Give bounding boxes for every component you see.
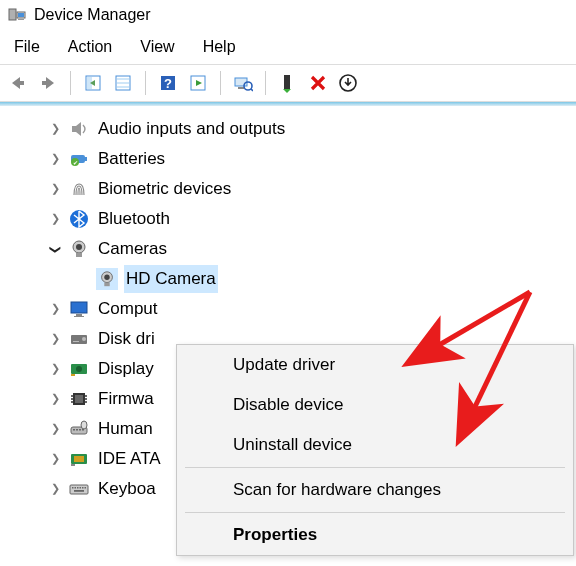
svg-rect-30 xyxy=(71,302,87,313)
svg-point-52 xyxy=(81,421,87,429)
tree-label: IDE ATA xyxy=(96,445,163,472)
tree-label: Batteries xyxy=(96,145,167,172)
toolbar: ? xyxy=(0,64,576,102)
tree-item-biometric[interactable]: ❯ Biometric devices xyxy=(8,174,576,204)
tree-label: Firmwa xyxy=(96,385,156,412)
svg-rect-29 xyxy=(104,283,109,287)
context-properties[interactable]: Properties xyxy=(177,515,573,555)
context-update-driver[interactable]: Update driver xyxy=(177,345,573,385)
enable-device-button[interactable] xyxy=(274,69,302,97)
svg-rect-54 xyxy=(74,456,84,462)
gpu-icon xyxy=(68,358,90,380)
update-driver-button[interactable] xyxy=(334,69,362,97)
tree-label: Comput xyxy=(96,295,160,322)
titlebar: Device Manager xyxy=(0,0,576,30)
svg-rect-0 xyxy=(9,9,16,20)
tree-label: Display xyxy=(96,355,156,382)
uninstall-device-button[interactable] xyxy=(304,69,332,97)
context-separator xyxy=(185,467,565,468)
tree-item-batteries[interactable]: ❯ ✔ Batteries xyxy=(8,144,576,174)
expand-icon[interactable]: ❯ xyxy=(48,182,62,196)
monitor-icon xyxy=(68,298,90,320)
svg-rect-62 xyxy=(85,487,87,489)
tree-label: Disk dri xyxy=(96,325,157,352)
menu-file[interactable]: File xyxy=(0,34,54,60)
svg-text:?: ? xyxy=(164,76,172,91)
svg-rect-61 xyxy=(82,487,84,489)
collapse-icon[interactable]: ❯ xyxy=(48,242,62,256)
toolbar-separator xyxy=(145,71,146,95)
expand-icon[interactable]: ❯ xyxy=(48,302,62,316)
svg-point-28 xyxy=(104,275,109,280)
svg-rect-56 xyxy=(70,485,88,494)
svg-rect-8 xyxy=(117,82,129,84)
svg-rect-31 xyxy=(76,314,82,316)
controller-icon xyxy=(68,448,90,470)
toolbar-separator xyxy=(265,71,266,95)
fingerprint-icon xyxy=(68,178,90,200)
menu-action[interactable]: Action xyxy=(54,34,126,60)
svg-rect-26 xyxy=(76,253,82,257)
svg-rect-60 xyxy=(80,487,82,489)
svg-point-34 xyxy=(82,337,86,341)
context-disable-device[interactable]: Disable device xyxy=(177,385,573,425)
expand-icon[interactable]: ❯ xyxy=(48,152,62,166)
tree-item-computers[interactable]: ❯ Comput xyxy=(8,294,576,324)
svg-rect-57 xyxy=(72,487,74,489)
bluetooth-icon xyxy=(68,208,90,230)
tree-item-bluetooth[interactable]: ❯ Bluetooth xyxy=(8,204,576,234)
back-button[interactable] xyxy=(4,69,32,97)
tree-label: HD Camera xyxy=(124,265,218,292)
svg-rect-59 xyxy=(77,487,79,489)
svg-rect-3 xyxy=(18,19,24,20)
svg-rect-9 xyxy=(117,86,129,88)
tree-label: Human xyxy=(96,415,155,442)
svg-rect-32 xyxy=(74,316,84,317)
expand-icon[interactable]: ❯ xyxy=(48,122,62,136)
svg-rect-13 xyxy=(235,78,247,86)
speaker-icon xyxy=(68,118,90,140)
action-button[interactable] xyxy=(184,69,212,97)
menu-view[interactable]: View xyxy=(126,34,188,60)
tree-label: Cameras xyxy=(96,235,169,262)
svg-rect-50 xyxy=(79,429,81,431)
help-button[interactable]: ? xyxy=(154,69,182,97)
camera-icon xyxy=(96,268,118,290)
context-separator xyxy=(185,512,565,513)
tree-label: Bluetooth xyxy=(96,205,172,232)
expand-icon[interactable]: ❯ xyxy=(48,452,62,466)
forward-button[interactable] xyxy=(34,69,62,97)
svg-point-37 xyxy=(76,366,82,372)
tree-item-hd-camera[interactable]: ❯ HD Camera xyxy=(8,264,576,294)
svg-rect-63 xyxy=(74,490,84,492)
svg-text:✔: ✔ xyxy=(73,160,78,166)
menu-help[interactable]: Help xyxy=(189,34,250,60)
tree-item-cameras[interactable]: ❯ Cameras xyxy=(8,234,576,264)
tree-item-audio[interactable]: ❯ Audio inputs and outputs xyxy=(8,114,576,144)
svg-line-16 xyxy=(251,89,253,91)
context-scan-hardware[interactable]: Scan for hardware changes xyxy=(177,470,573,510)
expand-icon[interactable]: ❯ xyxy=(48,332,62,346)
battery-icon: ✔ xyxy=(68,148,90,170)
svg-rect-40 xyxy=(75,395,83,403)
scan-hardware-button[interactable] xyxy=(229,69,257,97)
svg-rect-20 xyxy=(85,157,87,161)
expand-icon[interactable]: ❯ xyxy=(48,392,62,406)
expand-icon[interactable]: ❯ xyxy=(48,482,62,496)
expand-icon[interactable]: ❯ xyxy=(48,422,62,436)
disk-icon xyxy=(68,328,90,350)
hid-icon xyxy=(68,418,90,440)
tree-label: Keyboa xyxy=(96,475,158,502)
svg-rect-17 xyxy=(284,75,290,89)
expand-icon[interactable]: ❯ xyxy=(48,212,62,226)
device-manager-icon xyxy=(8,6,26,24)
expand-icon[interactable]: ❯ xyxy=(48,362,62,376)
context-uninstall-device[interactable]: Uninstall device xyxy=(177,425,573,465)
svg-rect-35 xyxy=(73,341,79,342)
show-hide-tree-button[interactable] xyxy=(79,69,107,97)
svg-rect-14 xyxy=(238,87,244,89)
show-property-sheet-button[interactable] xyxy=(109,69,137,97)
svg-rect-55 xyxy=(71,464,75,466)
window-title: Device Manager xyxy=(34,6,151,24)
svg-rect-48 xyxy=(73,429,75,431)
